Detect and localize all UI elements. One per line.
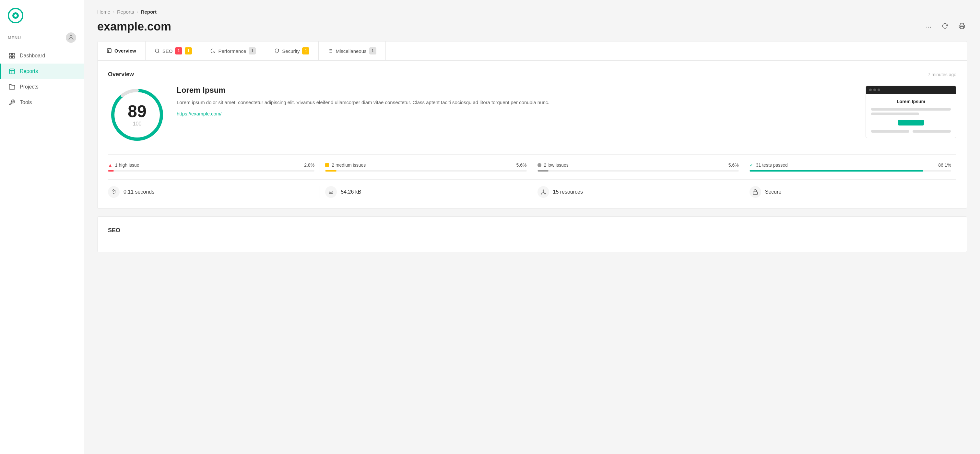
svg-point-23 <box>542 190 544 191</box>
site-preview: Lorem Ipsum <box>865 86 956 138</box>
preview-dot <box>878 89 880 91</box>
svg-rect-1 <box>10 54 12 56</box>
issue-high-bar <box>108 170 315 172</box>
preview-body: Lorem Ipsum <box>866 94 956 138</box>
stats-row: ⏱ 0.11 seconds ⚖ 54.26 kB 15 resources <box>108 179 956 198</box>
svg-point-12 <box>155 49 159 53</box>
tab-misc-label: Miscellaneous <box>336 48 366 54</box>
preview-line-short <box>871 113 919 115</box>
site-title: Lorem Ipsum <box>177 86 855 95</box>
issue-passed-fill <box>749 170 923 172</box>
issue-passed-bar <box>749 170 951 172</box>
misc-badge: 1 <box>369 47 376 54</box>
preview-footer <box>871 130 951 133</box>
svg-rect-8 <box>960 26 964 29</box>
tabs: Overview SEO 1 1 Performance 1 Security … <box>97 41 967 61</box>
seo-section-header: SEO <box>108 227 956 234</box>
tab-overview-label: Overview <box>115 48 136 54</box>
issue-high-pct: 2.8% <box>304 162 315 168</box>
issue-passed-pct: 86.1% <box>938 162 951 168</box>
stat-size: ⚖ 54.26 kB <box>320 186 532 198</box>
avatar[interactable] <box>66 32 76 43</box>
sidebar-item-dashboard[interactable]: Dashboard <box>0 48 84 64</box>
stat-time-value: 0.11 seconds <box>124 189 154 195</box>
size-icon: ⚖ <box>325 186 337 198</box>
breadcrumb-sep-2: › <box>137 9 138 14</box>
site-description: Lorem ipsum dolor sit amet, consectetur … <box>177 99 855 107</box>
passed-icon: ✓ <box>749 162 753 168</box>
preview-cta <box>898 119 924 126</box>
score-text: 89 100 <box>128 103 146 127</box>
issue-low-pct: 5.6% <box>729 162 739 168</box>
section-header: Overview 7 minutes ago <box>108 71 956 78</box>
preview-line <box>871 108 951 111</box>
score-max: 100 <box>128 121 146 127</box>
breadcrumb-home[interactable]: Home <box>97 9 110 14</box>
issue-medium-label: 2 medium issues <box>325 162 366 168</box>
issue-low: 2 low issues 5.6% <box>532 162 744 172</box>
issue-low-header: 2 low issues 5.6% <box>538 162 739 168</box>
overview-description: Lorem Ipsum Lorem ipsum dolor sit amet, … <box>177 86 855 117</box>
tools-icon <box>9 99 15 106</box>
breadcrumb: Home › Reports › Report <box>97 9 967 14</box>
overview-icon <box>107 48 112 53</box>
issue-medium-header: 2 medium issues 5.6% <box>325 162 527 168</box>
logo-inner <box>12 12 19 19</box>
high-icon: ▲ <box>108 162 113 168</box>
site-url[interactable]: https://example.com/ <box>177 111 221 116</box>
stat-secure-value: Secure <box>765 189 781 195</box>
tab-seo[interactable]: SEO 1 1 <box>146 41 202 60</box>
section-time: 7 minutes ago <box>928 72 956 77</box>
tab-security[interactable]: Security 1 <box>265 41 319 60</box>
svg-line-27 <box>541 193 543 193</box>
svg-rect-3 <box>10 56 12 58</box>
tab-miscellaneous[interactable]: Miscellaneous 1 <box>319 41 385 60</box>
svg-rect-2 <box>13 54 14 56</box>
preview-lines <box>871 108 951 115</box>
stat-resources-value: 15 resources <box>553 189 583 195</box>
secure-icon <box>749 186 761 198</box>
svg-rect-5 <box>10 69 14 74</box>
tab-security-label: Security <box>282 48 299 54</box>
print-button[interactable] <box>957 21 967 33</box>
svg-rect-29 <box>753 192 757 194</box>
overview-card: Overview 7 minutes ago 89 100 <box>97 61 967 209</box>
sidebar-item-label: Dashboard <box>20 53 45 59</box>
issue-high-fill <box>108 170 114 172</box>
svg-line-13 <box>158 52 159 53</box>
sidebar-item-projects[interactable]: Projects <box>0 79 84 95</box>
issue-high-header: ▲ 1 high issue 2.8% <box>108 162 315 168</box>
medium-icon <box>325 163 329 167</box>
issue-high-label: ▲ 1 high issue <box>108 162 139 168</box>
tab-performance[interactable]: Performance 1 <box>201 41 265 60</box>
overview-main: 89 100 Lorem Ipsum Lorem ipsum dolor sit… <box>108 86 956 144</box>
preview-footer-line <box>913 130 951 133</box>
refresh-button[interactable] <box>940 21 950 33</box>
score-number: 89 <box>128 103 146 119</box>
sidebar-item-reports[interactable]: Reports <box>0 64 84 79</box>
issue-medium-pct: 5.6% <box>516 162 527 168</box>
tab-overview[interactable]: Overview <box>97 41 146 60</box>
security-badge: 1 <box>302 47 309 54</box>
performance-badge: 1 <box>249 47 256 54</box>
issue-low-bar <box>538 170 739 172</box>
issue-low-label: 2 low issues <box>538 162 569 168</box>
tab-seo-label: SEO <box>162 48 173 54</box>
issue-passed: ✓ 31 tests passed 86.1% <box>744 162 956 172</box>
seo-badge-red: 1 <box>175 47 182 54</box>
sidebar: MENU Dashboard Reports Projects Tools <box>0 0 84 454</box>
tab-performance-label: Performance <box>218 48 246 54</box>
menu-label: MENU <box>8 35 21 40</box>
seo-badge-yellow: 1 <box>185 47 192 54</box>
sidebar-item-tools[interactable]: Tools <box>0 95 84 110</box>
svg-rect-4 <box>13 56 14 58</box>
sidebar-item-label: Tools <box>20 100 32 105</box>
more-options-button[interactable]: ··· <box>924 21 933 32</box>
preview-bar <box>866 86 956 94</box>
issue-high: ▲ 1 high issue 2.8% <box>108 162 320 172</box>
breadcrumb-reports[interactable]: Reports <box>117 9 134 14</box>
time-icon: ⏱ <box>108 186 119 198</box>
page-header: example.com ··· <box>97 20 967 33</box>
security-icon <box>274 48 280 54</box>
logo-dot <box>14 14 17 17</box>
